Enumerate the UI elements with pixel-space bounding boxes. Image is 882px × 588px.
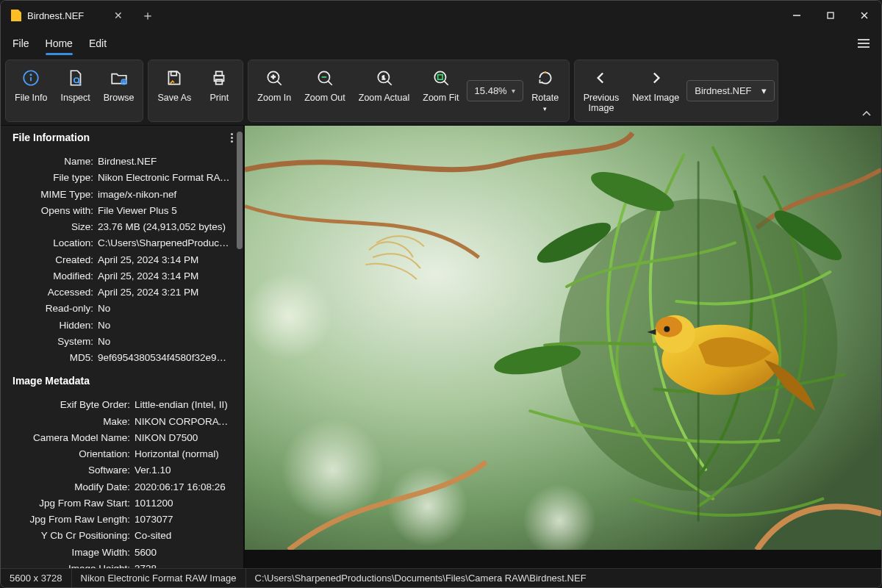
- chevron-left-icon: [591, 68, 612, 88]
- app-window: Birdnest.NEF ✕ ＋ File Home Edit File Inf…: [0, 0, 882, 588]
- image-surface[interactable]: [245, 126, 881, 568]
- print-icon: [209, 68, 229, 88]
- rotate-button[interactable]: Rotate▾: [525, 63, 566, 118]
- value-created: April 25, 2024 3:14 PM: [98, 253, 230, 268]
- zoom-actual-button[interactable]: 1 Zoom Actual: [353, 63, 415, 118]
- save-as-button[interactable]: Save As: [151, 63, 197, 118]
- value-readonly: No: [98, 301, 230, 316]
- value-orientation: Horizontal (normal): [135, 447, 230, 462]
- zoom-level-value: 15.48%: [475, 85, 507, 96]
- sidebar-scrollbar[interactable]: [236, 132, 243, 562]
- svg-line-18: [328, 81, 331, 85]
- hamburger-menu-icon[interactable]: [850, 39, 877, 48]
- zoom-fit-button[interactable]: Zoom Fit: [417, 63, 465, 118]
- value-modified: April 25, 2024 3:14 PM: [98, 269, 230, 284]
- svg-text:1: 1: [381, 74, 384, 81]
- zoom-out-button[interactable]: Zoom Out: [298, 63, 351, 118]
- value-jpg-length: 1073077: [135, 512, 230, 527]
- print-button[interactable]: Print: [198, 63, 240, 118]
- svg-rect-12: [216, 71, 223, 75]
- svg-line-21: [387, 81, 391, 85]
- zoom-level-dropdown[interactable]: 15.48% ▾: [467, 80, 523, 101]
- close-window-button[interactable]: [847, 1, 881, 30]
- menu-file[interactable]: File: [5, 33, 37, 54]
- value-byte-order: Little-endian (Intel, II): [135, 398, 230, 412]
- chevron-down-icon: ▾: [761, 85, 767, 96]
- zoom-actual-icon: 1: [374, 68, 395, 88]
- value-md5: 9ef6954380534f4580f32e90952655ef: [98, 351, 230, 365]
- value-img-width: 5600: [135, 545, 230, 560]
- file-selector-dropdown[interactable]: Birdnest.NEF ▾: [686, 80, 775, 101]
- value-opens-with: File Viewer Plus 5: [98, 204, 230, 218]
- svg-point-40: [664, 326, 670, 332]
- value-jpg-start: 1011200: [135, 496, 230, 511]
- svg-point-39: [656, 317, 682, 337]
- ribbon-group-zoom: + Zoom In Zoom Out 1 Zoom Actual Zoom Fi…: [248, 60, 569, 122]
- close-tab-icon[interactable]: ✕: [114, 10, 123, 21]
- zoom-out-icon: [315, 68, 335, 88]
- svg-point-26: [544, 71, 546, 74]
- svg-line-15: [278, 81, 282, 85]
- status-path: C:\Users\SharpenedProductions\Documents\…: [246, 569, 882, 587]
- value-accessed: April 25, 2024 3:21 PM: [98, 285, 230, 300]
- value-model: NIKON D7500: [135, 431, 230, 445]
- value-ycbcr: Co-sited: [135, 528, 230, 543]
- menu-home[interactable]: Home: [38, 33, 80, 54]
- file-info-button[interactable]: File Info: [9, 63, 53, 118]
- value-mime: image/x-nikon-nef: [98, 187, 230, 202]
- svg-rect-13: [216, 79, 223, 85]
- svg-rect-10: [171, 71, 177, 75]
- collapse-ribbon-button[interactable]: [856, 60, 877, 122]
- next-image-button[interactable]: Next Image: [626, 63, 685, 118]
- ribbon-group-output: Save As Print: [148, 60, 243, 122]
- value-name: Birdnest.NEF: [98, 154, 230, 169]
- minimize-button[interactable]: [780, 1, 814, 30]
- statusbar: 5600 x 3728 Nikon Electronic Format RAW …: [1, 568, 881, 587]
- value-filetype: Nikon Electronic Format RAW Image (....: [98, 171, 230, 185]
- zoom-fit-icon: [431, 68, 451, 88]
- value-size: 23.76 MB (24,913,052 bytes): [98, 220, 230, 234]
- info-icon: [21, 68, 41, 88]
- maximize-button[interactable]: [814, 1, 847, 30]
- chevron-down-icon: ▾: [512, 87, 515, 95]
- browse-button[interactable]: Browse: [98, 63, 140, 118]
- menu-edit[interactable]: Edit: [82, 33, 114, 54]
- scrollbar-thumb[interactable]: [237, 132, 243, 249]
- file-info-panel: Name:Birdnest.NEF File type:Nikon Electr…: [1, 148, 243, 372]
- value-hidden: No: [98, 318, 230, 333]
- status-dimensions: 5600 x 3728: [1, 569, 72, 587]
- image-viewer[interactable]: [245, 126, 881, 568]
- chevron-right-icon: [645, 68, 666, 88]
- inspect-button[interactable]: Inspect: [54, 63, 96, 118]
- document-tab[interactable]: Birdnest.NEF ✕: [1, 1, 133, 30]
- menubar: File Home Edit: [1, 30, 881, 57]
- file-selector-value: Birdnest.NEF: [695, 85, 751, 96]
- metadata-heading: Image Metadata: [12, 375, 90, 387]
- ribbon-group-navigate: Previous Image Next Image Birdnest.NEF ▾: [574, 60, 779, 122]
- svg-point-23: [434, 71, 445, 82]
- value-system: No: [98, 334, 230, 349]
- value-modify-date: 2020:06:17 16:08:26: [135, 480, 230, 495]
- titlebar: Birdnest.NEF ✕ ＋: [1, 1, 881, 30]
- status-format: Nikon Electronic Format RAW Image: [72, 569, 246, 587]
- ribbon-toolbar: File Info Inspect Browse Save As Print: [1, 57, 881, 126]
- svg-line-24: [444, 81, 448, 85]
- svg-rect-25: [438, 75, 443, 80]
- new-tab-button[interactable]: ＋: [133, 1, 162, 30]
- more-options-icon[interactable]: [231, 133, 233, 143]
- photo-content: [245, 126, 881, 550]
- svg-text:+: +: [271, 73, 276, 81]
- save-icon: [164, 68, 184, 88]
- zoom-in-button[interactable]: + Zoom In: [251, 63, 297, 118]
- metadata-panel: Exif Byte Order:Little-endian (Intel, II…: [1, 391, 243, 568]
- value-make: NIKON CORPORATION: [135, 415, 230, 429]
- previous-image-button[interactable]: Previous Image: [578, 63, 625, 118]
- svg-point-30: [245, 272, 332, 359]
- main-area: File Information Name:Birdnest.NEF File …: [1, 126, 881, 568]
- chevron-down-icon: ▾: [543, 105, 547, 112]
- inspect-icon: [65, 68, 86, 88]
- value-software: Ver.1.10: [135, 463, 230, 478]
- file-info-heading: File Information: [12, 132, 90, 143]
- file-icon: [11, 10, 21, 21]
- info-sidebar: File Information Name:Birdnest.NEF File …: [1, 126, 243, 568]
